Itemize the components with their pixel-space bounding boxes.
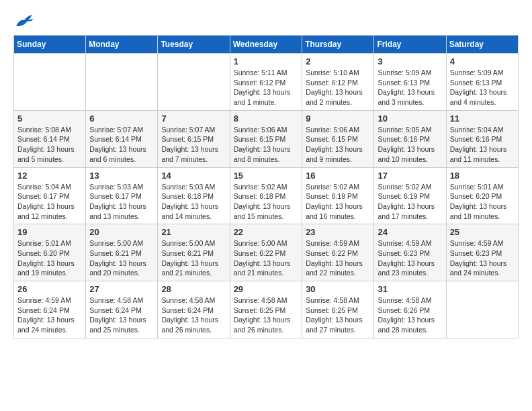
calendar-cell: 5Sunrise: 5:08 AM Sunset: 6:14 PM Daylig… [14,110,86,167]
calendar-cell: 21Sunrise: 5:00 AM Sunset: 6:21 PM Dayli… [158,224,230,281]
day-number: 2 [306,56,370,66]
day-info: Sunrise: 4:58 AM Sunset: 6:25 PM Dayligh… [306,295,370,335]
day-info: Sunrise: 5:07 AM Sunset: 6:14 PM Dayligh… [89,125,154,165]
day-number: 16 [306,171,370,181]
calendar-cell: 19Sunrise: 5:01 AM Sunset: 6:20 PM Dayli… [14,224,86,281]
calendar-cell: 2Sunrise: 5:10 AM Sunset: 6:12 PM Daylig… [302,54,374,111]
calendar-cell: 6Sunrise: 5:07 AM Sunset: 6:14 PM Daylig… [86,110,158,167]
calendar-header-row: SundayMondayTuesdayWednesdayThursdayFrid… [14,36,519,54]
day-number: 19 [17,227,82,237]
day-number: 24 [378,227,442,237]
day-number: 25 [450,227,515,237]
day-info: Sunrise: 4:59 AM Sunset: 6:23 PM Dayligh… [450,238,515,278]
calendar-cell [14,54,86,111]
calendar-cell: 4Sunrise: 5:09 AM Sunset: 6:13 PM Daylig… [446,54,518,111]
calendar-cell: 12Sunrise: 5:04 AM Sunset: 6:17 PM Dayli… [14,167,86,224]
logo-bird-icon [15,13,34,28]
calendar-cell: 20Sunrise: 5:00 AM Sunset: 6:21 PM Dayli… [86,224,158,281]
weekday-header: Tuesday [158,36,230,54]
calendar-cell [446,281,518,338]
calendar-cell: 29Sunrise: 4:58 AM Sunset: 6:25 PM Dayli… [230,281,302,338]
calendar-cell: 10Sunrise: 5:05 AM Sunset: 6:16 PM Dayli… [374,110,446,167]
day-number: 17 [378,171,442,181]
calendar-week-row: 12Sunrise: 5:04 AM Sunset: 6:17 PM Dayli… [14,167,519,224]
day-info: Sunrise: 4:59 AM Sunset: 6:23 PM Dayligh… [378,238,442,278]
day-number: 22 [234,227,299,237]
calendar-cell: 13Sunrise: 5:03 AM Sunset: 6:17 PM Dayli… [86,167,158,224]
day-info: Sunrise: 4:59 AM Sunset: 6:24 PM Dayligh… [17,295,82,335]
day-number: 12 [17,171,82,181]
day-info: Sunrise: 5:03 AM Sunset: 6:18 PM Dayligh… [161,182,226,222]
day-number: 7 [161,113,226,124]
day-number: 23 [306,227,370,237]
day-info: Sunrise: 4:59 AM Sunset: 6:22 PM Dayligh… [306,238,370,278]
day-number: 29 [234,284,299,294]
calendar-cell: 18Sunrise: 5:01 AM Sunset: 6:20 PM Dayli… [446,167,518,224]
day-number: 31 [378,284,442,294]
calendar-cell [86,54,158,111]
day-number: 3 [378,56,442,66]
day-info: Sunrise: 5:01 AM Sunset: 6:20 PM Dayligh… [17,238,82,278]
weekday-header: Thursday [302,36,374,54]
day-info: Sunrise: 5:06 AM Sunset: 6:15 PM Dayligh… [306,125,370,165]
weekday-header: Saturday [446,36,518,54]
day-info: Sunrise: 5:04 AM Sunset: 6:16 PM Dayligh… [450,125,515,165]
day-number: 8 [234,113,299,124]
day-number: 4 [450,56,515,66]
calendar-cell: 27Sunrise: 4:58 AM Sunset: 6:24 PM Dayli… [86,281,158,338]
day-number: 5 [17,113,82,124]
calendar-cell: 7Sunrise: 5:07 AM Sunset: 6:15 PM Daylig… [158,110,230,167]
weekday-header: Monday [86,36,158,54]
day-number: 18 [450,171,515,181]
calendar-week-row: 19Sunrise: 5:01 AM Sunset: 6:20 PM Dayli… [14,224,519,281]
day-info: Sunrise: 5:00 AM Sunset: 6:22 PM Dayligh… [234,238,299,278]
day-number: 11 [450,113,515,124]
logo [13,13,34,28]
calendar-week-row: 5Sunrise: 5:08 AM Sunset: 6:14 PM Daylig… [14,110,519,167]
calendar-cell: 14Sunrise: 5:03 AM Sunset: 6:18 PM Dayli… [158,167,230,224]
day-info: Sunrise: 5:02 AM Sunset: 6:19 PM Dayligh… [306,182,370,222]
calendar-cell: 11Sunrise: 5:04 AM Sunset: 6:16 PM Dayli… [446,110,518,167]
calendar-cell: 30Sunrise: 4:58 AM Sunset: 6:25 PM Dayli… [302,281,374,338]
day-number: 6 [89,113,154,124]
calendar-cell: 23Sunrise: 4:59 AM Sunset: 6:22 PM Dayli… [302,224,374,281]
day-number: 26 [17,284,82,294]
day-info: Sunrise: 5:05 AM Sunset: 6:16 PM Dayligh… [378,125,442,165]
page-header [13,13,519,28]
day-info: Sunrise: 5:09 AM Sunset: 6:13 PM Dayligh… [378,68,442,107]
day-info: Sunrise: 5:04 AM Sunset: 6:17 PM Dayligh… [17,182,82,222]
day-number: 28 [161,284,226,294]
day-number: 14 [161,171,226,181]
day-info: Sunrise: 5:09 AM Sunset: 6:13 PM Dayligh… [450,68,515,107]
weekday-header: Sunday [14,36,86,54]
calendar-cell: 26Sunrise: 4:59 AM Sunset: 6:24 PM Dayli… [14,281,86,338]
day-number: 27 [89,284,154,294]
day-info: Sunrise: 5:08 AM Sunset: 6:14 PM Dayligh… [17,125,82,165]
day-info: Sunrise: 5:06 AM Sunset: 6:15 PM Dayligh… [234,125,299,165]
weekday-header: Friday [374,36,446,54]
calendar-cell: 8Sunrise: 5:06 AM Sunset: 6:15 PM Daylig… [230,110,302,167]
day-info: Sunrise: 4:58 AM Sunset: 6:24 PM Dayligh… [89,295,154,335]
day-info: Sunrise: 5:01 AM Sunset: 6:20 PM Dayligh… [450,182,515,222]
day-number: 21 [161,227,226,237]
day-info: Sunrise: 5:02 AM Sunset: 6:19 PM Dayligh… [378,182,442,222]
day-number: 15 [234,171,299,181]
day-info: Sunrise: 5:03 AM Sunset: 6:17 PM Dayligh… [89,182,154,222]
day-number: 9 [306,113,370,124]
day-info: Sunrise: 5:10 AM Sunset: 6:12 PM Dayligh… [306,68,370,107]
calendar-week-row: 26Sunrise: 4:59 AM Sunset: 6:24 PM Dayli… [14,281,519,338]
calendar-cell: 28Sunrise: 4:58 AM Sunset: 6:24 PM Dayli… [158,281,230,338]
calendar-week-row: 1Sunrise: 5:11 AM Sunset: 6:12 PM Daylig… [14,54,519,111]
day-info: Sunrise: 5:11 AM Sunset: 6:12 PM Dayligh… [234,68,299,107]
day-number: 13 [89,171,154,181]
day-info: Sunrise: 5:00 AM Sunset: 6:21 PM Dayligh… [89,238,154,278]
calendar-cell: 1Sunrise: 5:11 AM Sunset: 6:12 PM Daylig… [230,54,302,111]
calendar-cell: 17Sunrise: 5:02 AM Sunset: 6:19 PM Dayli… [374,167,446,224]
day-number: 10 [378,113,442,124]
day-number: 1 [234,56,299,66]
day-number: 20 [89,227,154,237]
day-info: Sunrise: 4:58 AM Sunset: 6:26 PM Dayligh… [378,295,442,335]
calendar-cell: 25Sunrise: 4:59 AM Sunset: 6:23 PM Dayli… [446,224,518,281]
day-info: Sunrise: 5:02 AM Sunset: 6:18 PM Dayligh… [234,182,299,222]
day-info: Sunrise: 5:07 AM Sunset: 6:15 PM Dayligh… [161,125,226,165]
